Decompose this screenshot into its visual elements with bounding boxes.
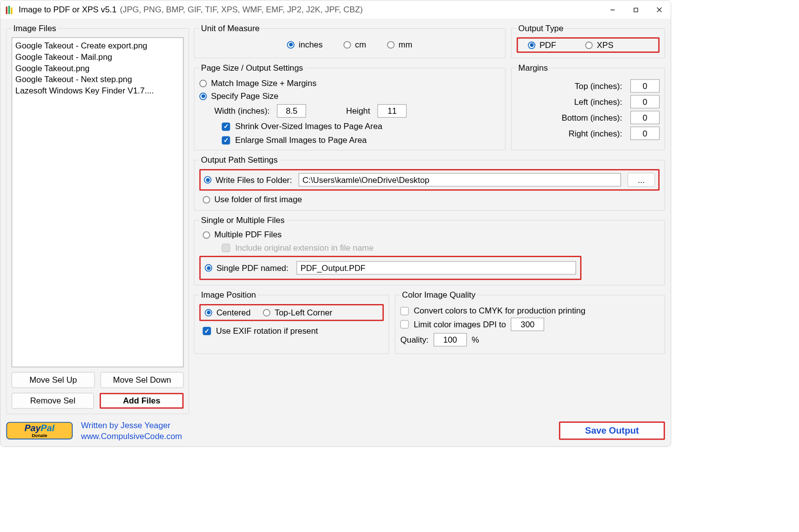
include-ext-checkbox [222, 244, 230, 252]
paypal-donate-button[interactable]: PayPal Donate [6, 422, 73, 439]
exif-label: Use EXIF rotation if present [216, 326, 318, 335]
centered-radio[interactable]: Centered [205, 308, 251, 317]
width-label: Width (inches): [214, 106, 269, 116]
quality-input[interactable] [434, 333, 467, 347]
specify-page-size-radio[interactable]: Specify Page Size [199, 91, 500, 101]
unit-inches-radio[interactable]: inches [287, 40, 323, 49]
file-list[interactable]: Google Takeout - Create export.png Googl… [12, 38, 184, 367]
write-to-folder-radio[interactable]: Write Files to Folder: [204, 175, 292, 184]
margin-bottom-input[interactable] [630, 111, 660, 124]
page-size-group: Page Size / Output Settings Match Image … [194, 63, 505, 150]
svg-rect-2 [11, 7, 12, 14]
color-quality-group: Color Image Quality Convert colors to CM… [395, 290, 665, 354]
list-item[interactable]: Lazesoft Windows Key Finder V1.7.... [15, 85, 180, 96]
height-input[interactable] [378, 104, 407, 118]
app-window: Image to PDF or XPS v5.1 (JPG, PNG, BMP,… [0, 0, 671, 447]
save-output-button[interactable]: Save Output [559, 422, 665, 440]
quality-label: Quality: [400, 335, 429, 344]
credits-url[interactable]: www.CompulsiveCode.com [81, 431, 182, 442]
shrink-checkbox[interactable] [222, 122, 230, 131]
margin-bottom-label: Bottom (inches): [562, 113, 622, 122]
height-label: Height [346, 106, 370, 116]
margin-top-label: Top (inches): [575, 81, 622, 90]
topleft-radio[interactable]: Top-Left Corner [263, 308, 332, 317]
list-item[interactable]: Google Takeout - Create export.png [15, 40, 180, 51]
multiple-pdf-radio[interactable]: Multiple PDF Files [203, 230, 660, 239]
shrink-label: Shrink Over-Sized Images to Page Area [235, 122, 382, 131]
svg-rect-1 [8, 5, 10, 14]
svg-rect-4 [634, 8, 638, 12]
image-files-legend: Image Files [12, 24, 58, 33]
list-item[interactable]: Google Takeout - Next step.png [15, 74, 180, 86]
output-xps-radio[interactable]: XPS [585, 40, 614, 49]
unit-mm-radio[interactable]: mm [387, 40, 413, 49]
minimize-button[interactable] [601, 0, 624, 19]
unit-cm-radio[interactable]: cm [344, 40, 366, 49]
move-sel-down-button[interactable]: Move Sel Down [100, 372, 183, 388]
close-button[interactable] [648, 0, 671, 19]
paypal-logo: PayPal [24, 424, 54, 433]
width-input[interactable] [277, 104, 307, 118]
window-title: Image to PDF or XPS v5.1 [19, 5, 117, 14]
margins-group: Margins Top (inches): Left (inches): Bot… [511, 63, 665, 150]
move-sel-up-button[interactable]: Move Sel Up [12, 372, 95, 388]
image-position-group: Image Position Centered Top-Left Corner … [194, 290, 389, 354]
single-multiple-legend: Single or Multiple Files [199, 216, 286, 225]
image-files-group: Image Files Google Takeout - Create expo… [6, 24, 189, 414]
margin-left-label: Left (inches): [574, 97, 622, 106]
dpi-input[interactable] [511, 318, 544, 331]
output-type-legend: Output Type [517, 24, 565, 33]
image-position-legend: Image Position [199, 290, 258, 300]
remove-sel-button[interactable]: Remove Sel [12, 393, 94, 409]
credits-author: Written by Jesse Yeager [81, 420, 182, 431]
unit-of-measure-group: Unit of Measure inches cm mm [194, 24, 505, 58]
use-folder-first-image-radio[interactable]: Use folder of first image [203, 195, 660, 204]
margin-right-input[interactable] [630, 127, 660, 140]
exif-checkbox[interactable] [203, 327, 211, 335]
output-type-group: Output Type PDF XPS [511, 24, 665, 58]
list-item[interactable]: Google Takeout.png [15, 63, 180, 74]
page-size-legend: Page Size / Output Settings [199, 63, 305, 73]
titlebar: Image to PDF or XPS v5.1 (JPG, PNG, BMP,… [0, 0, 671, 20]
cmyk-checkbox[interactable] [400, 307, 409, 315]
window-subtitle: (JPG, PNG, BMP, GIF, TIF, XPS, WMF, EMF,… [120, 5, 362, 14]
list-item[interactable]: Google Takeout - Mail.png [15, 51, 180, 63]
margin-top-input[interactable] [630, 79, 660, 92]
enlarge-checkbox[interactable] [222, 136, 230, 144]
output-pdf-radio[interactable]: PDF [528, 40, 556, 49]
svg-rect-0 [6, 6, 7, 14]
browse-folder-button[interactable]: ... [627, 173, 655, 187]
unit-legend: Unit of Measure [199, 24, 261, 33]
match-image-size-radio[interactable]: Match Image Size + Margins [199, 79, 500, 88]
paypal-sub: Donate [32, 433, 47, 438]
limit-dpi-checkbox[interactable] [400, 320, 409, 329]
output-folder-input[interactable] [299, 173, 621, 186]
single-pdf-name-input[interactable] [297, 261, 576, 274]
enlarge-label: Enlarge Small Images to Page Area [235, 135, 366, 145]
margins-legend: Margins [517, 63, 549, 73]
single-pdf-radio[interactable]: Single PDF named: [205, 263, 288, 272]
output-path-legend: Output Path Settings [199, 155, 279, 165]
margin-right-label: Right (inches): [569, 129, 622, 138]
output-path-group: Output Path Settings Write Files to Fold… [194, 155, 665, 211]
margin-left-input[interactable] [630, 95, 660, 108]
credits: Written by Jesse Yeager www.CompulsiveCo… [81, 420, 182, 442]
maximize-button[interactable] [624, 0, 648, 19]
app-icon [4, 4, 15, 15]
color-quality-legend: Color Image Quality [400, 290, 477, 300]
add-files-button[interactable]: Add Files [100, 393, 184, 409]
include-ext-label: Include original extension in file name [235, 243, 373, 252]
single-multiple-group: Single or Multiple Files Multiple PDF Fi… [194, 216, 665, 285]
